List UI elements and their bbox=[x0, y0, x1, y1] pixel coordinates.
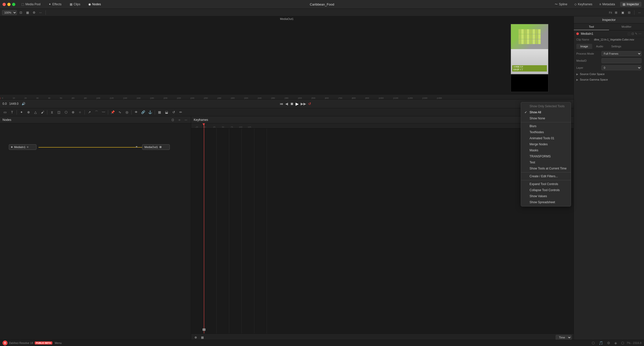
fit-icon[interactable]: ⊡ bbox=[18, 10, 23, 15]
menu-transforms[interactable]: TRANSFORMS bbox=[521, 153, 571, 159]
eye-tool[interactable]: 👁 bbox=[133, 109, 139, 115]
status-icon3[interactable]: ⚙ bbox=[607, 341, 610, 345]
insp-icon2[interactable]: ⊡ bbox=[631, 32, 634, 36]
pen-tool[interactable]: ✏ bbox=[178, 109, 184, 115]
status-icon5[interactable]: ⬡ bbox=[621, 341, 624, 345]
layer-label: Layer bbox=[576, 66, 601, 69]
menu-show-at-current-time[interactable]: Show Tools at Current Time bbox=[521, 165, 571, 171]
fit-btn[interactable]: ⊞ bbox=[614, 10, 619, 15]
clone-tool[interactable]: ◫ bbox=[56, 109, 62, 115]
next-frame-btn[interactable]: ▶▶ bbox=[301, 102, 306, 106]
stop-btn[interactable]: ⏹ bbox=[290, 102, 294, 106]
nav-media-pool[interactable]: ⬚ Media Pool bbox=[19, 2, 43, 7]
kf-add-key-icon[interactable]: ⊕ bbox=[193, 335, 198, 340]
menu-label[interactable]: Menu bbox=[55, 341, 62, 344]
inspector-tab-tool[interactable]: Tool bbox=[574, 23, 609, 30]
mediaid-input[interactable] bbox=[601, 58, 641, 63]
menu-collapse-tool-controls[interactable]: Collapse Tool Controls bbox=[521, 187, 571, 193]
crop-tool[interactable]: ⊕ bbox=[25, 109, 31, 115]
close-button[interactable] bbox=[3, 3, 6, 6]
kf-grid-icon[interactable]: ▦ bbox=[200, 335, 205, 340]
keyframes-btn[interactable]: ◇ Keyframes bbox=[572, 2, 594, 7]
loop-btn[interactable]: ↺ bbox=[308, 102, 311, 106]
play-btn[interactable]: ▶ bbox=[296, 101, 299, 106]
volume-icon[interactable]: 🔊 bbox=[21, 101, 26, 106]
insp-icon4[interactable]: ⋯ bbox=[638, 32, 641, 36]
paint-tool[interactable]: 🖌 bbox=[39, 109, 46, 115]
transform-tool[interactable]: ✦ bbox=[18, 109, 24, 115]
inspector-tabs: Tool Modifier bbox=[574, 23, 644, 30]
status-icon1[interactable]: ⬡ bbox=[592, 341, 595, 345]
path-tool[interactable]: ∿ bbox=[117, 109, 123, 115]
more-options[interactable]: ··· bbox=[637, 10, 642, 15]
menu-show-spreadsheet[interactable]: Show Spreadsheet bbox=[521, 199, 571, 205]
merge-tool[interactable]: ⊛ bbox=[70, 109, 76, 115]
status-icon4[interactable]: ◈ bbox=[614, 341, 617, 345]
spline-btn[interactable]: 〜 Spline bbox=[553, 2, 569, 7]
layers-tool[interactable]: ⬓ bbox=[164, 109, 170, 115]
kf-playhead[interactable] bbox=[204, 123, 204, 128]
menu-blurs[interactable]: Blurs bbox=[521, 123, 571, 129]
view-btn[interactable]: ▣ bbox=[620, 10, 625, 15]
video-bottom: 大闸蟹刀片 切削萝卜丁 bbox=[511, 49, 548, 74]
settings-icon[interactable]: ⚙ bbox=[31, 10, 36, 15]
source-gamma-space-section[interactable]: ▶ Source Gamma Space bbox=[574, 77, 644, 82]
source-color-space-section[interactable]: ▶ Source Color Space bbox=[574, 71, 644, 77]
warp-tool[interactable]: ⧖ bbox=[49, 109, 55, 115]
nav-effects[interactable]: ✦ Effects bbox=[47, 2, 63, 7]
process-mode-select[interactable]: Full Frames bbox=[601, 51, 641, 56]
menu-show-only-selected[interactable]: Show Only Selected Tools bbox=[521, 103, 571, 109]
menu-expand-tool-controls[interactable]: Expand Tool Controls bbox=[521, 181, 571, 187]
media-out-node[interactable]: MediaOut1 bbox=[142, 144, 170, 150]
link-tool[interactable]: 🔗 bbox=[140, 109, 146, 115]
playback-controls: ⏮ ◀ ⏹ ▶ ▶▶ ↺ bbox=[280, 101, 311, 106]
insp-tab-image[interactable]: Image bbox=[576, 44, 592, 49]
inspector-tab-modifier[interactable]: Modifier bbox=[609, 23, 644, 30]
maximize-button[interactable] bbox=[12, 3, 15, 6]
blur-tool[interactable]: ⬡ bbox=[63, 109, 69, 115]
nodes-circle-icon[interactable]: ○ bbox=[177, 117, 182, 122]
curve-tool[interactable]: ↺ bbox=[171, 109, 177, 115]
go-to-start-btn[interactable]: ⏮ bbox=[280, 102, 283, 106]
menu-textnodes[interactable]: TextNodes bbox=[521, 129, 571, 135]
insp-tab-audio[interactable]: Audio bbox=[592, 44, 607, 49]
menu-animated-tools[interactable]: Animated Tools 01 bbox=[521, 135, 571, 141]
nav-nodes[interactable]: ◉ Nodes bbox=[86, 2, 103, 7]
menu-show-values[interactable]: Show Values bbox=[521, 193, 571, 199]
media-in-node[interactable]: MediaIn1 bbox=[9, 144, 36, 150]
text-tool[interactable]: T bbox=[9, 109, 15, 115]
menu-create-edit-filters[interactable]: Create / Edit Filters... bbox=[521, 173, 571, 179]
nav-clips[interactable]: ▦ Clips bbox=[68, 2, 83, 7]
insp-icon1[interactable]: ⬚ bbox=[628, 32, 630, 36]
more-icon[interactable]: ··· bbox=[38, 10, 43, 15]
status-icon2[interactable]: 🎵 bbox=[599, 341, 603, 345]
menu-show-all[interactable]: ✓ Show All bbox=[521, 109, 571, 115]
poly-tool[interactable]: △ bbox=[32, 109, 38, 115]
view-options[interactable]: ⊟ bbox=[627, 10, 632, 15]
nodes-more[interactable]: ··· bbox=[183, 117, 188, 122]
menu-show-none[interactable]: Show None bbox=[521, 115, 571, 121]
zoom-select[interactable]: 100% bbox=[2, 10, 17, 15]
mask-tool[interactable]: ○ bbox=[77, 109, 83, 115]
kf-time-select[interactable]: Time bbox=[556, 335, 572, 340]
inspector-btn[interactable]: ▤ Inspector bbox=[620, 2, 641, 7]
bend-tool[interactable]: ⌒ bbox=[93, 109, 99, 115]
metadata-btn[interactable]: ≡ Metadata bbox=[597, 2, 617, 7]
wave-tool[interactable]: 〰 bbox=[100, 109, 106, 115]
minimize-button[interactable] bbox=[7, 3, 11, 6]
nodes-code-icon[interactable]: ⟨⟩ bbox=[170, 117, 175, 122]
grid-icon[interactable]: ▦ bbox=[25, 10, 30, 15]
arrow-tool[interactable]: ↗ bbox=[86, 109, 92, 115]
menu-masks[interactable]: Masks bbox=[521, 147, 571, 153]
layer-select[interactable]: 0 bbox=[601, 65, 641, 70]
magnet-tool[interactable]: ⚓ bbox=[147, 109, 153, 115]
menu-merge-nodes[interactable]: Merge Nodes bbox=[521, 141, 571, 147]
prev-frame-btn[interactable]: ◀ bbox=[285, 102, 288, 106]
grid2-tool[interactable]: ▦ bbox=[156, 109, 163, 115]
pin-tool[interactable]: 📌 bbox=[110, 109, 116, 115]
node-tool[interactable]: ◎ bbox=[124, 109, 130, 115]
insp-icon3[interactable]: ✎ bbox=[635, 32, 637, 36]
menu-test[interactable]: Test bbox=[521, 159, 571, 165]
select-tool[interactable]: ▭ bbox=[2, 109, 8, 115]
insp-tab-settings[interactable]: Settings bbox=[607, 44, 625, 49]
